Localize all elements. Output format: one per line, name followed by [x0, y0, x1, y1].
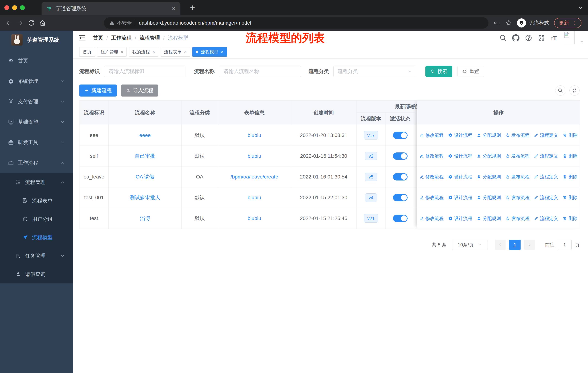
- reload-icon[interactable]: [27, 18, 36, 28]
- assign-rule-action-link[interactable]: 分配规则: [477, 132, 501, 138]
- url-text[interactable]: dashboard.yudao.iocoder.cn/bpm/manager/m…: [139, 20, 251, 26]
- delete-action-link[interactable]: 删除: [562, 153, 578, 159]
- assign-rule-action-link[interactable]: 分配规则: [477, 194, 501, 201]
- definition-action-link[interactable]: 流程定义: [534, 215, 558, 222]
- sidebar-item-process-management[interactable]: 流程管理: [0, 173, 73, 192]
- process-name-link[interactable]: 滔博: [140, 215, 150, 221]
- form-info-link[interactable]: biubiu: [248, 215, 261, 221]
- edit-action-link[interactable]: 修改流程: [420, 153, 444, 159]
- assign-rule-action-link[interactable]: 分配规则: [477, 215, 501, 222]
- page-size-select[interactable]: 10条/页: [452, 240, 488, 250]
- assign-rule-action-link[interactable]: 分配规则: [477, 174, 501, 180]
- design-action-link[interactable]: 设计流程: [448, 215, 472, 222]
- sidebar-item-process-form[interactable]: 流程表单: [0, 192, 73, 210]
- delete-action-link[interactable]: 删除: [562, 132, 578, 138]
- tab-search-chevron-icon[interactable]: [578, 5, 583, 10]
- definition-action-link[interactable]: 流程定义: [534, 132, 558, 138]
- search-icon[interactable]: [499, 34, 507, 41]
- form-info-link[interactable]: biubiu: [248, 132, 261, 138]
- definition-action-link[interactable]: 流程定义: [534, 174, 558, 180]
- sidebar-collapse-icon[interactable]: [78, 34, 86, 42]
- breadcrumb-item[interactable]: 首页: [93, 34, 103, 41]
- edit-action-link[interactable]: 修改流程: [420, 215, 444, 222]
- process-name-link[interactable]: 测试多审批人: [130, 195, 160, 200]
- browser-tab[interactable]: 芋道管理系统 ×: [42, 2, 180, 15]
- tag-process-model[interactable]: 流程模型×: [192, 47, 227, 57]
- tag-my-process[interactable]: 我的流程×: [129, 47, 158, 57]
- form-info-link[interactable]: biubiu: [248, 153, 261, 159]
- process-name-link[interactable]: OA 请假: [136, 174, 154, 180]
- search-button[interactable]: 搜索: [425, 66, 452, 77]
- publish-action-link[interactable]: 发布流程: [505, 153, 529, 159]
- active-status-toggle[interactable]: [393, 132, 408, 139]
- sidebar-item-payment[interactable]: 支付管理: [0, 91, 73, 112]
- tag-home[interactable]: 首页: [79, 47, 95, 57]
- not-secure-warning-icon[interactable]: [109, 20, 115, 26]
- design-action-link[interactable]: 设计流程: [448, 174, 472, 180]
- help-icon[interactable]: [525, 34, 532, 41]
- design-action-link[interactable]: 设计流程: [448, 194, 472, 201]
- publish-action-link[interactable]: 发布流程: [505, 174, 529, 180]
- goto-page-input[interactable]: [558, 240, 572, 250]
- security-label[interactable]: 不安全: [117, 20, 132, 26]
- zoom-window-button[interactable]: [20, 5, 25, 10]
- font-size-icon[interactable]: TT: [550, 34, 558, 41]
- sidebar-item-leave-query[interactable]: 请假查询: [0, 265, 73, 283]
- sidebar-item-system[interactable]: 系统管理: [0, 71, 73, 91]
- sidebar-item-user-group[interactable]: 用户分组: [0, 210, 73, 228]
- forward-icon[interactable]: [15, 18, 25, 28]
- refresh-icon[interactable]: [569, 85, 580, 96]
- close-icon[interactable]: ×: [121, 50, 123, 54]
- active-status-toggle[interactable]: [393, 194, 408, 201]
- show-search-icon[interactable]: [555, 85, 565, 96]
- tag-tenant[interactable]: 租户管理×: [97, 47, 127, 57]
- back-icon[interactable]: [4, 18, 13, 28]
- browser-update-button[interactable]: 更新: [554, 18, 581, 28]
- process-key-input[interactable]: [104, 66, 186, 77]
- sidebar-item-workflow[interactable]: 工作流程: [0, 153, 73, 173]
- edit-action-link[interactable]: 修改流程: [420, 194, 444, 201]
- url-bar[interactable]: 不安全 dashboard.yudao.iocoder.cn/bpm/manag…: [104, 17, 488, 29]
- publish-action-link[interactable]: 发布流程: [505, 132, 529, 138]
- delete-action-link[interactable]: 删除: [562, 174, 578, 180]
- delete-action-link[interactable]: 删除: [562, 194, 578, 201]
- publish-action-link[interactable]: 发布流程: [505, 194, 529, 201]
- github-icon[interactable]: [512, 34, 519, 41]
- assign-rule-action-link[interactable]: 分配规则: [477, 153, 501, 159]
- prev-page-button[interactable]: [495, 240, 506, 250]
- sidebar-item-process-model[interactable]: 流程模型: [0, 228, 73, 247]
- sidebar-item-infrastructure[interactable]: 基础设施: [0, 112, 73, 132]
- active-status-toggle[interactable]: [393, 215, 408, 222]
- sidebar-item-home[interactable]: 首页: [0, 51, 73, 71]
- close-icon[interactable]: ×: [184, 50, 187, 54]
- reset-button[interactable]: 重置: [458, 66, 484, 77]
- sidebar-item-devtools[interactable]: 研发工具: [0, 132, 73, 153]
- password-key-icon[interactable]: [494, 20, 501, 26]
- form-info-link[interactable]: /bpm/oa/leave/create: [231, 174, 278, 180]
- close-window-button[interactable]: [4, 5, 9, 10]
- design-action-link[interactable]: 设计流程: [448, 153, 472, 159]
- tab-close-icon[interactable]: ×: [172, 5, 176, 12]
- process-name-link[interactable]: 自己审批: [135, 153, 155, 159]
- active-status-toggle[interactable]: [393, 152, 408, 160]
- user-avatar-placeholder[interactable]: [563, 31, 575, 44]
- avatar-caret-icon[interactable]: [580, 40, 584, 44]
- process-name-input[interactable]: [219, 66, 301, 77]
- definition-action-link[interactable]: 流程定义: [534, 153, 558, 159]
- close-icon[interactable]: ×: [152, 50, 155, 54]
- delete-action-link[interactable]: 删除: [562, 215, 578, 222]
- current-page-button[interactable]: 1: [509, 240, 521, 250]
- active-status-toggle[interactable]: [393, 173, 408, 181]
- sidebar-item-task-management[interactable]: 任务管理: [0, 247, 73, 265]
- close-icon[interactable]: ×: [221, 50, 223, 54]
- definition-action-link[interactable]: 流程定义: [534, 194, 558, 201]
- home-icon[interactable]: [38, 18, 47, 28]
- edit-action-link[interactable]: 修改流程: [420, 132, 444, 138]
- minimize-window-button[interactable]: [12, 5, 17, 10]
- process-name-link[interactable]: eeee: [139, 132, 151, 138]
- tag-process-form[interactable]: 流程表单×: [161, 47, 190, 57]
- bookmark-star-icon[interactable]: [505, 20, 512, 26]
- breadcrumb-item[interactable]: 工作流程: [111, 34, 132, 41]
- fullscreen-icon[interactable]: [538, 34, 545, 41]
- next-page-button[interactable]: [524, 240, 535, 250]
